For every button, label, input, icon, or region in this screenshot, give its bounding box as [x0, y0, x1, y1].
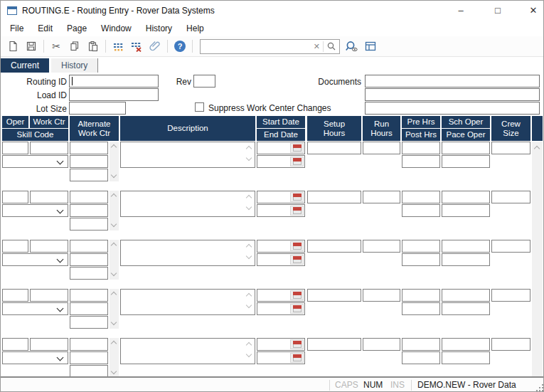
insert-rows-icon[interactable] — [110, 38, 127, 55]
header-oper[interactable]: Oper — [2, 116, 28, 128]
pre-hrs-input[interactable] — [402, 142, 440, 154]
paste-icon[interactable] — [85, 38, 102, 55]
run-hours-input[interactable] — [363, 338, 400, 351]
documents-input-3[interactable] — [365, 102, 540, 115]
alternate-work-ctr-input-1[interactable] — [70, 289, 108, 302]
scroll-down-icon[interactable] — [246, 155, 252, 161]
tab-history[interactable]: History — [51, 58, 98, 73]
header-description[interactable]: Description — [120, 116, 255, 141]
scroll-up-icon[interactable] — [111, 243, 117, 248]
skill-code-select[interactable] — [2, 204, 68, 217]
alternate-work-ctr-input-1[interactable] — [70, 142, 108, 154]
post-hrs-input[interactable] — [402, 253, 440, 266]
sch-oper-input[interactable] — [442, 142, 490, 154]
setup-hours-input[interactable] — [307, 289, 361, 302]
alternate-work-ctr-input-2[interactable] — [70, 302, 108, 315]
menu-window[interactable]: Window — [94, 21, 139, 36]
oper-input[interactable] — [2, 289, 28, 302]
menu-edit[interactable]: Edit — [31, 21, 60, 36]
scroll-up-icon[interactable] — [111, 194, 117, 199]
attach-icon[interactable] — [146, 38, 164, 55]
setup-hours-input[interactable] — [307, 240, 361, 253]
advanced-lookup-icon[interactable] — [343, 38, 361, 55]
delete-rows-icon[interactable] — [128, 38, 145, 55]
new-document-icon[interactable] — [4, 38, 21, 55]
alternate-scrollbar[interactable] — [110, 142, 119, 181]
post-hrs-input[interactable] — [402, 204, 440, 217]
help-icon[interactable]: ? — [171, 38, 188, 55]
setup-hours-input[interactable] — [307, 191, 361, 203]
post-hrs-input[interactable] — [402, 155, 440, 168]
scroll-down-icon[interactable] — [246, 204, 252, 210]
pace-oper-input[interactable] — [442, 155, 490, 168]
maximize-button[interactable]: □ — [486, 1, 510, 21]
alternate-work-ctr-input-1[interactable] — [70, 191, 108, 203]
header-run-hours[interactable]: Run Hours — [363, 116, 400, 141]
calendar-button[interactable] — [290, 157, 304, 166]
sch-oper-input[interactable] — [442, 240, 490, 253]
alternate-scrollbar[interactable] — [110, 191, 119, 231]
scroll-down-icon[interactable] — [111, 221, 117, 227]
pace-oper-input[interactable] — [442, 351, 490, 364]
documents-input-1[interactable] — [365, 75, 540, 88]
scroll-up-icon[interactable] — [246, 342, 252, 348]
menu-page[interactable]: Page — [60, 21, 94, 36]
menu-file[interactable]: File — [3, 21, 31, 36]
header-pre-hrs[interactable]: Pre Hrs — [402, 116, 440, 128]
scroll-up-icon[interactable] — [246, 293, 252, 299]
alternate-work-ctr-input-2[interactable] — [70, 155, 108, 168]
header-skill-code[interactable]: Skill Code — [2, 129, 68, 141]
oper-input[interactable] — [2, 191, 28, 203]
scroll-down-icon[interactable] — [246, 351, 252, 357]
header-pace-oper[interactable]: Pace Oper — [442, 129, 490, 141]
calendar-button[interactable] — [290, 353, 304, 363]
run-hours-input[interactable] — [363, 240, 400, 253]
header-end-date[interactable]: End Date — [257, 129, 305, 141]
rev-input[interactable] — [193, 75, 215, 88]
start-date-input[interactable] — [257, 289, 305, 302]
sch-oper-input[interactable] — [442, 289, 490, 302]
pre-hrs-input[interactable] — [402, 338, 440, 351]
oper-input[interactable] — [2, 142, 28, 154]
search-input[interactable] — [201, 41, 311, 53]
tab-current[interactable]: Current — [1, 58, 49, 73]
crew-size-input[interactable] — [491, 142, 530, 154]
layout-icon[interactable] — [362, 38, 379, 55]
calendar-button[interactable] — [290, 241, 304, 251]
scroll-up-icon[interactable] — [534, 146, 540, 152]
pace-oper-input[interactable] — [442, 253, 490, 266]
header-post-hrs[interactable]: Post Hrs — [402, 129, 440, 141]
pre-hrs-input[interactable] — [402, 191, 440, 203]
description-input[interactable] — [120, 142, 255, 168]
skill-code-select[interactable] — [2, 351, 68, 364]
scroll-down-icon[interactable] — [246, 302, 252, 308]
close-button[interactable]: ✕ — [521, 1, 544, 21]
description-input[interactable] — [120, 289, 255, 315]
post-hrs-input[interactable] — [402, 351, 440, 364]
calendar-button[interactable] — [290, 192, 304, 202]
menu-history[interactable]: History — [139, 21, 179, 36]
alternate-work-ctr-input-2[interactable] — [70, 351, 108, 364]
scroll-up-icon[interactable] — [246, 244, 252, 250]
copy-icon[interactable] — [66, 38, 83, 55]
skill-code-select[interactable] — [2, 253, 68, 266]
minimize-button[interactable]: – — [449, 1, 473, 21]
work-ctr-input[interactable] — [30, 289, 68, 302]
end-date-input[interactable] — [257, 351, 305, 364]
scroll-down-icon[interactable] — [111, 319, 117, 325]
oper-input[interactable] — [2, 240, 28, 253]
alternate-work-ctr-input-3[interactable] — [70, 365, 108, 377]
start-date-input[interactable] — [257, 191, 305, 203]
calendar-button[interactable] — [290, 339, 304, 349]
lot-size-input[interactable] — [69, 102, 126, 115]
alternate-work-ctr-input-3[interactable] — [70, 218, 108, 231]
menu-help[interactable]: Help — [179, 21, 211, 36]
scroll-down-icon[interactable] — [246, 253, 252, 259]
description-input[interactable] — [120, 338, 255, 364]
scroll-up-icon[interactable] — [246, 146, 252, 152]
cut-icon[interactable]: ✂ — [48, 38, 65, 55]
description-input[interactable] — [120, 191, 255, 217]
search-icon[interactable] — [324, 38, 338, 55]
alternate-work-ctr-input-2[interactable] — [70, 253, 108, 266]
start-date-input[interactable] — [257, 338, 305, 351]
